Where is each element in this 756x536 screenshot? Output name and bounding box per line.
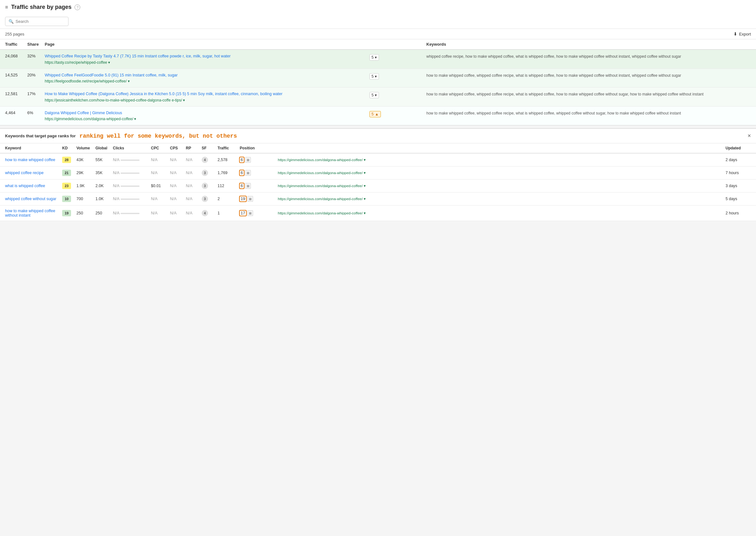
url-cell: https://gimmedelicious.com/dalgona-whipp… xyxy=(278,171,726,175)
clicks-cell: N/A xyxy=(113,171,151,175)
bottom-header: Keywords that target page ranks for rank… xyxy=(0,129,756,143)
global-cell: 35K xyxy=(95,171,113,175)
col-keyword: Keyword xyxy=(5,146,62,150)
url-cell: https://gimmedelicious.com/dalgona-whipp… xyxy=(278,158,726,162)
position-value-highlighted: 19 xyxy=(240,196,246,201)
page-url-link[interactable]: https://feelgoodfoodie.net/recipe/whippe… xyxy=(45,79,370,84)
keyword-link[interactable]: how to make whipped coffee without insta… xyxy=(5,209,55,218)
kw-count-dropdown[interactable]: 5 ▾ xyxy=(370,73,379,80)
cpc-cell: N/A xyxy=(151,197,170,201)
traffic-cell: 1,769 xyxy=(217,171,240,175)
page-url-link[interactable]: https://tasty.co/recipe/whipped-coffee ▾ xyxy=(45,60,370,65)
kd-badge-cell: 19 xyxy=(62,210,77,216)
bottom-panel-annotation: ranking well for some keywords, but not … xyxy=(80,133,744,139)
page-title-link[interactable]: Whipped Coffee FeelGoodFoodie 5.0 (91) 1… xyxy=(45,73,370,78)
kd-badge-cell: 23 xyxy=(62,183,77,189)
sf-badge: 3 xyxy=(202,196,208,202)
share-value: 6% xyxy=(27,110,45,115)
page-url-link[interactable]: https://gimmedelicious.com/dalgona-whipp… xyxy=(278,184,366,188)
page-icon-btn[interactable]: ⊞ xyxy=(247,210,253,216)
sf-cell: 4 xyxy=(202,157,217,163)
share-value: 20% xyxy=(27,73,45,77)
page-url-link[interactable]: https://gimmedelicious.com/dalgona-whipp… xyxy=(278,211,366,215)
kw-dropdown-cell: 5 ▲ xyxy=(370,110,427,117)
page-title-link[interactable]: How to Make Whipped Coffee (Dalgona Coff… xyxy=(45,91,370,97)
page-cell: How to Make Whipped Coffee (Dalgona Coff… xyxy=(45,91,370,102)
page-icon-btn[interactable]: ⊞ xyxy=(245,183,251,189)
search-input-wrap[interactable]: 🔍 xyxy=(5,17,69,26)
updated-cell: 2 hours xyxy=(726,211,751,215)
export-button[interactable]: ⬇ Export xyxy=(734,31,751,37)
bottom-table-row: what is whipped coffee 23 1.9K 2.0K N/A … xyxy=(0,180,756,192)
traffic-value: 24,068 xyxy=(5,53,27,58)
page-url-link[interactable]: https://gimmedelicious.com/dalgona-whipp… xyxy=(278,171,366,175)
col-clicks: Clicks xyxy=(113,146,151,150)
keywords-cell: how to make whipped coffee, whipped coff… xyxy=(427,110,751,116)
page-url-link[interactable]: https://jessicainthekitchen.com/how-to-m… xyxy=(45,98,370,102)
page-title: Traffic share by pages xyxy=(11,4,71,11)
col-cpc: CPC xyxy=(151,146,170,150)
page-url-link[interactable]: https://gimmedelicious.com/dalgona-whipp… xyxy=(45,117,370,121)
kw-count-dropdown-orange[interactable]: 5 ▲ xyxy=(370,111,381,117)
col-traffic: Traffic xyxy=(217,146,240,150)
volume-cell: 700 xyxy=(77,197,95,201)
keyword-link-cell: how to make whipped coffee xyxy=(5,158,62,162)
search-input[interactable] xyxy=(16,19,65,24)
page-title-link[interactable]: Whipped Coffee Recipe by Tasty Tasty 4.7… xyxy=(45,53,370,59)
volume-cell: 250 xyxy=(77,211,95,215)
table-row: 24,068 32% Whipped Coffee Recipe by Tast… xyxy=(0,50,756,69)
clicks-cell: N/A xyxy=(113,197,151,201)
help-icon[interactable]: ? xyxy=(75,4,80,10)
kw-count-dropdown[interactable]: 5 ▾ xyxy=(370,92,379,98)
table-header: Traffic Share Page Keywords xyxy=(0,39,756,50)
share-value: 32% xyxy=(27,53,45,58)
col-kd: KD xyxy=(62,146,77,150)
keyword-link[interactable]: what is whipped coffee xyxy=(5,184,45,188)
traffic-value: 14,525 xyxy=(5,73,27,77)
page-icon-btn[interactable]: ⊞ xyxy=(247,196,253,202)
col-share: Share xyxy=(27,42,45,47)
sf-cell: 3 xyxy=(202,170,217,176)
global-cell: 250 xyxy=(95,211,113,215)
kw-dropdown-cell: 5 ▾ xyxy=(370,53,427,61)
kd-badge: 19 xyxy=(62,210,71,216)
rp-cell: N/A xyxy=(186,211,202,215)
rp-cell: N/A xyxy=(186,197,202,201)
pages-count-row: 255 pages ⬇ Export xyxy=(0,29,756,39)
keyword-link-cell: whipped coffee recipe xyxy=(5,171,62,175)
page-title-link[interactable]: Dalgona Whipped Coffee | Gimme Delicious xyxy=(45,110,370,116)
keyword-link[interactable]: whipped coffee without sugar xyxy=(5,197,56,201)
col-url xyxy=(278,146,726,150)
rp-cell: N/A xyxy=(186,171,202,175)
keyword-link-cell: whipped coffee without sugar xyxy=(5,197,62,201)
kd-badge: 21 xyxy=(62,170,71,176)
bottom-table-row: how to make whipped coffee 28 43K 55K N/… xyxy=(0,153,756,166)
bottom-panel-label: Keywords that target page ranks for xyxy=(5,134,76,138)
traffic-cell: 2 xyxy=(217,197,240,201)
col-updated: Updated xyxy=(726,146,751,150)
traffic-value: 4,464 xyxy=(5,110,27,115)
page-cell: Dalgona Whipped Coffee | Gimme Delicious… xyxy=(45,110,370,121)
keywords-cell: how to make whipped coffee, whipped coff… xyxy=(427,73,751,78)
page-url-link[interactable]: https://gimmedelicious.com/dalgona-whipp… xyxy=(278,158,366,162)
bottom-table-body: how to make whipped coffee 28 43K 55K N/… xyxy=(0,153,756,221)
position-cell: 19 ⊞ xyxy=(240,196,278,202)
col-traffic: Traffic xyxy=(5,42,27,47)
keyword-link[interactable]: whipped coffee recipe xyxy=(5,171,44,175)
export-label: Export xyxy=(739,32,751,37)
page-url-link[interactable]: https://gimmedelicious.com/dalgona-whipp… xyxy=(278,197,366,201)
traffic-cell: 112 xyxy=(217,184,240,188)
cps-cell: N/A xyxy=(170,211,186,215)
kd-badge: 28 xyxy=(62,157,71,163)
rp-cell: N/A xyxy=(186,184,202,188)
position-value: 6 xyxy=(240,183,244,188)
position-cell: 17 ⊞ xyxy=(240,210,278,216)
hamburger-icon[interactable]: ≡ xyxy=(5,4,8,10)
keyword-link-cell: how to make whipped coffee without insta… xyxy=(5,209,62,218)
page-icon-btn[interactable]: ⊞ xyxy=(245,170,251,176)
kw-count-dropdown[interactable]: 5 ▾ xyxy=(370,54,379,61)
keyword-link[interactable]: how to make whipped coffee xyxy=(5,158,55,162)
close-button[interactable]: × xyxy=(747,133,751,139)
page-header: ≡ Traffic share by pages ? xyxy=(0,0,756,14)
page-icon-btn[interactable]: ⊞ xyxy=(245,157,251,163)
